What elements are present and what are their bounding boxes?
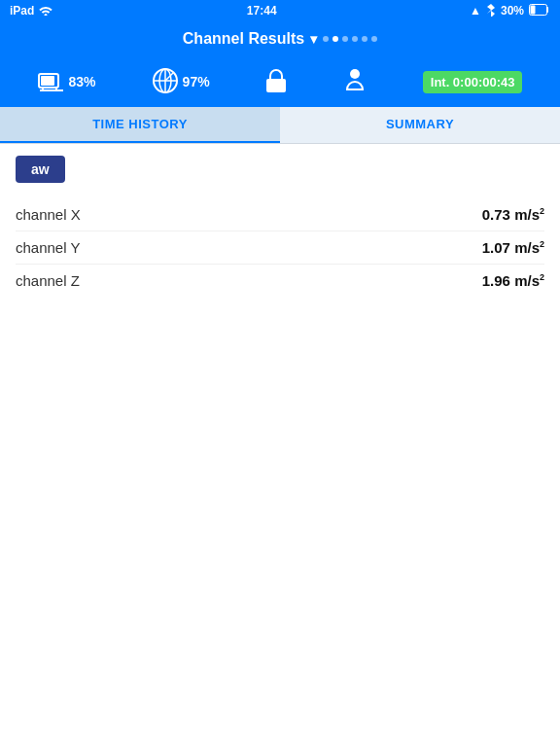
channel-row-z: channel Z 1.96 m/s2 <box>16 265 544 297</box>
dot-1 <box>323 36 329 42</box>
svg-line-9 <box>165 73 173 81</box>
main-content: aw channel X 0.73 m/s2 channel Y 1.07 m/… <box>0 144 560 611</box>
tab-time-history[interactable]: TIME HISTORY <box>0 107 280 143</box>
toolbar: 83% 97% Int. 0:00:00:43 <box>0 56 560 107</box>
channel-row-x: channel X 0.73 m/s2 <box>16 198 544 231</box>
channel-y-value: 1.07 m/s2 <box>482 239 544 256</box>
lock-icon <box>265 69 287 94</box>
status-time: 17:44 <box>247 4 277 18</box>
channel-x-value: 0.73 m/s2 <box>482 206 544 223</box>
tab-bar: TIME HISTORY SUMMARY <box>0 107 560 144</box>
signal-circle-icon <box>152 67 179 97</box>
dot-6 <box>371 36 377 42</box>
channel-list: channel X 0.73 m/s2 channel Y 1.07 m/s2 … <box>16 198 544 297</box>
dot-4 <box>352 36 358 42</box>
channel-y-label: channel Y <box>16 239 80 256</box>
channel-row-y: channel Y 1.07 m/s2 <box>16 231 544 265</box>
location-icon: ▲ <box>470 4 481 18</box>
bluetooth-icon <box>486 3 496 19</box>
tab-summary[interactable]: SUMMARY <box>280 107 560 143</box>
interval-indicator: Int. 0:00:00:43 <box>423 71 523 93</box>
battery-percent: 30% <box>501 4 524 18</box>
dot-2 <box>332 36 338 42</box>
svg-rect-1 <box>531 5 536 14</box>
person-icon <box>342 69 368 94</box>
lock-indicator <box>265 69 287 94</box>
battery-percent-value: 83% <box>69 74 96 89</box>
carrier-label: iPad <box>10 4 34 18</box>
interval-badge: Int. 0:00:00:43 <box>423 71 523 93</box>
channel-x-label: channel X <box>16 206 81 223</box>
chevron-down-icon[interactable]: ▾ <box>310 31 317 47</box>
signal-percent-value: 97% <box>183 74 210 89</box>
person-indicator <box>342 69 368 94</box>
page-dots <box>323 36 377 42</box>
header-title: Channel Results <box>183 30 304 48</box>
dot-5 <box>362 36 368 42</box>
battery-icon <box>529 4 550 18</box>
signal-indicator: 97% <box>152 67 210 97</box>
status-bar: iPad 17:44 ▲ 30% <box>0 0 560 21</box>
app-header: Channel Results ▾ <box>0 21 560 56</box>
dot-3 <box>342 36 348 42</box>
wifi-icon <box>38 4 53 18</box>
filter-button[interactable]: aw <box>16 156 65 183</box>
channel-z-label: channel Z <box>16 272 80 289</box>
svg-rect-3 <box>41 76 54 86</box>
empty-space <box>0 611 560 747</box>
channel-z-value: 1.96 m/s2 <box>482 272 544 289</box>
battery-indicator: 83% <box>38 70 96 94</box>
battery-device-icon <box>38 70 65 94</box>
